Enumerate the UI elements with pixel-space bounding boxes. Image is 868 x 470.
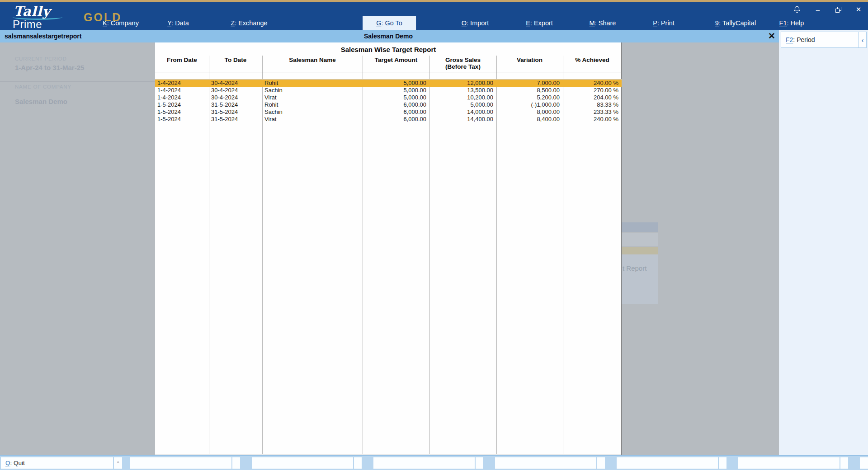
header-underline: [155, 72, 622, 72]
empty-action-subslot: [476, 457, 483, 469]
variation-cell: 8,400.00: [496, 116, 563, 123]
collapse-chevron-icon[interactable]: ‹: [859, 32, 866, 47]
current-period-value[interactable]: 1-Apr-24 to 31-Mar-25: [15, 64, 84, 71]
report-close-button[interactable]: ✕: [765, 30, 778, 42]
menu-hotkey: Y: [167, 19, 171, 27]
current-period-label: CURRENT PERIOD: [15, 56, 67, 61]
company-name-title: Salesman Demo: [155, 30, 622, 42]
left-info-sidebar: CURRENT PERIOD 1-Apr-24 to 31-Mar-25 NAM…: [0, 42, 155, 455]
menu-item-import[interactable]: O:Import: [462, 16, 489, 30]
menu-label: Go To: [385, 19, 402, 27]
from-date-cell: 1-5-2024: [155, 101, 209, 108]
to-date-cell: 31-5-2024: [209, 116, 262, 123]
column-header-gross-sales: Gross Sales (Before Tax): [429, 56, 496, 70]
menu-hotkey: E: [526, 19, 530, 27]
prime-logo: Prime: [13, 18, 42, 31]
variation-cell: 5,200.00: [496, 94, 563, 101]
window-close-button[interactable]: ✕: [853, 4, 864, 15]
menu-item-tallycapital[interactable]: 9:TallyCapital: [715, 16, 756, 30]
menu-label: Data: [175, 19, 189, 27]
to-date-cell: 30-4-2024: [209, 94, 262, 101]
report-name: salsmansalestargetreport: [5, 30, 81, 42]
minimize-icon: –: [816, 6, 820, 14]
minimize-button[interactable]: –: [812, 4, 824, 15]
target-cell: 5,000.00: [363, 87, 429, 94]
menu-item-export[interactable]: E:Export: [526, 16, 553, 30]
empty-action-subslot: [719, 457, 726, 469]
table-row[interactable]: 1-5-2024 31-5-2024 Sachin 6,000.00 14,00…: [155, 108, 622, 116]
window-close-icon: ✕: [856, 5, 862, 14]
menu-item-data[interactable]: Y:Data: [167, 16, 189, 30]
empty-action-slot: [495, 457, 596, 469]
salesman-cell: Virat: [262, 116, 363, 123]
ghost-panel-band: [622, 247, 658, 254]
gross-sales-cell: 13,500.00: [429, 87, 496, 94]
menu-label: Print: [661, 19, 675, 27]
period-button-label: F2: Period: [781, 36, 859, 43]
gross-sales-cell: 5,000.00: [429, 101, 496, 108]
empty-action-subslot: [597, 457, 605, 469]
menu-hotkey: F1: [779, 19, 787, 27]
period-button[interactable]: F2: Period ‹: [781, 32, 867, 48]
empty-action-slot: [860, 457, 868, 469]
achieved-cell: 233.33 %: [563, 108, 622, 116]
table-row[interactable]: 1-5-2024 31-5-2024 Rohit 6,000.00 5,000.…: [155, 101, 622, 108]
menu-label: TallyCapital: [722, 19, 756, 27]
target-cell: 5,000.00: [363, 94, 429, 101]
gross-sales-cell: 14,000.00: [429, 108, 496, 116]
menu-item-print[interactable]: P:Print: [653, 16, 675, 30]
menu-item-go-to[interactable]: G:Go To: [363, 16, 416, 30]
column-header-salesman-name: Salesman Name: [262, 56, 363, 63]
top-menu-bar: Tally Prime GOLD K:Company Y:Data Z:Exch…: [0, 2, 868, 30]
expand-caret-button[interactable]: ^: [114, 457, 122, 469]
target-cell: 6,000.00: [363, 101, 429, 108]
restore-button[interactable]: [832, 4, 844, 15]
empty-action-slot: [617, 457, 718, 469]
quit-button[interactable]: Q: Quit: [1, 457, 113, 469]
empty-action-slot: [738, 457, 840, 469]
column-header-target-amount: Target Amount: [363, 56, 429, 63]
menu-item-company[interactable]: K:Company: [103, 16, 139, 30]
menu-item-help[interactable]: F1:Help: [779, 16, 804, 30]
gross-sales-cell: 12,000.00: [429, 80, 496, 87]
to-date-cell: 30-4-2024: [209, 87, 262, 94]
report-heading: Salesman Wise Target Report: [155, 46, 622, 53]
bottom-action-bar: Q: Quit ^: [0, 455, 868, 470]
notification-bell-icon[interactable]: [791, 4, 803, 15]
table-row[interactable]: 1-4-2024 30-4-2024 Sachin 5,000.00 13,50…: [155, 87, 622, 94]
achieved-cell: 83.33 %: [563, 101, 622, 108]
table-row-selected[interactable]: 1-4-2024 30-4-2024 Rohit 5,000.00 12,000…: [155, 80, 622, 87]
to-date-cell: 31-5-2024: [209, 108, 262, 116]
table-row[interactable]: 1-5-2024 31-5-2024 Virat 6,000.00 14,400…: [155, 116, 622, 123]
menu-item-exchange[interactable]: Z:Exchange: [231, 16, 267, 30]
menu-hotkey: M: [590, 19, 595, 27]
empty-action-subslot: [840, 457, 848, 469]
column-header-achieved: % Achieved: [563, 56, 622, 63]
from-date-cell: 1-5-2024: [155, 116, 209, 123]
salesman-target-report: Salesman Wise Target Report From Date To…: [155, 42, 622, 455]
column-header-variation: Variation: [496, 56, 563, 63]
menu-hotkey: Z: [231, 19, 235, 27]
menu-hotkey: O: [462, 19, 467, 27]
salesman-cell: Rohit: [262, 80, 363, 87]
quit-hotkey: Q: [5, 460, 10, 466]
period-hotkey: F2: [786, 36, 793, 43]
from-date-cell: 1-4-2024: [155, 94, 209, 101]
from-date-cell: 1-4-2024: [155, 80, 209, 87]
column-header-from-date: From Date: [155, 56, 209, 63]
variation-cell: 8,500.00: [496, 87, 563, 94]
menu-label: Help: [791, 19, 804, 27]
gross-sales-cell: 14,400.00: [429, 116, 496, 123]
empty-action-slot: [373, 457, 475, 469]
sidebar-company-value[interactable]: Salesman Demo: [15, 98, 67, 105]
menu-item-share[interactable]: M:Share: [590, 16, 616, 30]
from-date-cell: 1-4-2024: [155, 87, 209, 94]
achieved-cell: 240.00 %: [563, 80, 622, 87]
menu-label: Company: [111, 19, 139, 27]
target-cell: 5,000.00: [363, 80, 429, 87]
target-cell: 6,000.00: [363, 116, 429, 123]
salesman-cell: Virat: [262, 94, 363, 101]
table-row[interactable]: 1-4-2024 30-4-2024 Virat 5,000.00 10,200…: [155, 94, 622, 101]
salesman-cell: Sachin: [262, 108, 363, 116]
menu-hotkey: G: [376, 19, 381, 27]
